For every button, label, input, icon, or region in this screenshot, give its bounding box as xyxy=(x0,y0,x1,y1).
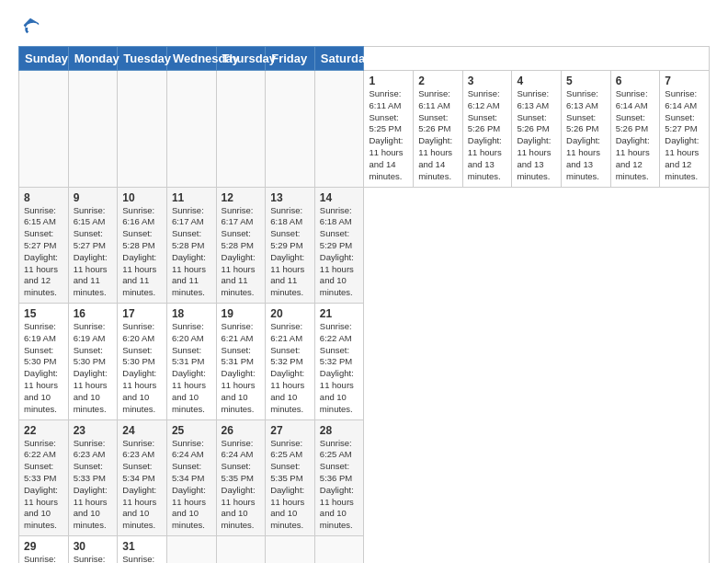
day-info: Sunrise: 6:13 AMSunset: 5:26 PMDaylight:… xyxy=(566,88,606,183)
calendar-cell xyxy=(266,71,315,188)
day-info: Sunrise: 6:23 AMSunset: 5:34 PMDaylight:… xyxy=(122,438,162,533)
calendar-cell: 19Sunrise: 6:21 AMSunset: 5:31 PMDayligh… xyxy=(216,304,266,420)
day-info: Sunrise: 6:20 AMSunset: 5:31 PMDaylight:… xyxy=(172,321,211,416)
day-number: 11 xyxy=(172,191,211,204)
day-number: 27 xyxy=(270,424,310,437)
page: SundayMondayTuesdayWednesdayThursdayFrid… xyxy=(0,0,728,563)
day-number: 20 xyxy=(270,307,310,320)
day-info: Sunrise: 6:11 AMSunset: 5:25 PMDaylight:… xyxy=(369,88,408,183)
calendar-cell: 11Sunrise: 6:17 AMSunset: 5:28 PMDayligh… xyxy=(166,187,216,304)
day-info: Sunrise: 6:20 AMSunset: 5:30 PMDaylight:… xyxy=(122,321,162,416)
day-number: 5 xyxy=(566,75,606,87)
calendar-cell: 29Sunrise: 6:26 AMSunset: 5:37 PMDayligh… xyxy=(19,536,69,564)
calendar-week-5: 29Sunrise: 6:26 AMSunset: 5:37 PMDayligh… xyxy=(19,536,710,564)
calendar-cell: 6Sunrise: 6:14 AMSunset: 5:26 PMDaylight… xyxy=(610,71,660,188)
day-info: Sunrise: 6:19 AMSunset: 5:30 PMDaylight:… xyxy=(24,321,63,416)
calendar-cell xyxy=(216,536,266,564)
calendar-cell xyxy=(19,71,69,188)
day-info: Sunrise: 6:18 AMSunset: 5:29 PMDaylight:… xyxy=(320,205,359,300)
calendar-cell: 15Sunrise: 6:19 AMSunset: 5:30 PMDayligh… xyxy=(19,304,69,420)
calendar-header-thursday: Thursday xyxy=(216,47,266,71)
calendar-cell: 1Sunrise: 6:11 AMSunset: 5:25 PMDaylight… xyxy=(364,71,414,188)
day-number: 26 xyxy=(222,424,261,437)
calendar-cell xyxy=(266,536,315,564)
day-number: 18 xyxy=(172,307,211,320)
day-info: Sunrise: 6:24 AMSunset: 5:35 PMDaylight:… xyxy=(222,438,261,533)
calendar-week-1: 1Sunrise: 6:11 AMSunset: 5:25 PMDaylight… xyxy=(19,71,710,188)
day-number: 22 xyxy=(24,424,63,437)
calendar-header-wednesday: Wednesday xyxy=(166,47,216,71)
calendar-cell: 2Sunrise: 6:11 AMSunset: 5:26 PMDaylight… xyxy=(414,71,463,188)
day-number: 31 xyxy=(122,540,162,553)
calendar-table: SundayMondayTuesdayWednesdayThursdayFrid… xyxy=(18,46,710,563)
calendar-cell: 7Sunrise: 6:14 AMSunset: 5:27 PMDaylight… xyxy=(660,71,710,188)
calendar-cell: 21Sunrise: 6:22 AMSunset: 5:32 PMDayligh… xyxy=(314,304,364,420)
day-info: Sunrise: 6:15 AMSunset: 5:27 PMDaylight:… xyxy=(74,205,113,300)
day-info: Sunrise: 6:26 AMSunset: 5:37 PMDaylight:… xyxy=(74,554,113,563)
day-info: Sunrise: 6:23 AMSunset: 5:33 PMDaylight:… xyxy=(74,438,113,533)
calendar-cell xyxy=(216,71,266,188)
day-info: Sunrise: 6:16 AMSunset: 5:28 PMDaylight:… xyxy=(122,205,162,300)
day-info: Sunrise: 6:18 AMSunset: 5:29 PMDaylight:… xyxy=(270,205,310,300)
day-number: 17 xyxy=(122,307,162,320)
calendar-cell: 20Sunrise: 6:21 AMSunset: 5:32 PMDayligh… xyxy=(266,304,315,420)
header xyxy=(18,17,710,37)
calendar-cell: 27Sunrise: 6:25 AMSunset: 5:35 PMDayligh… xyxy=(266,419,315,536)
day-info: Sunrise: 6:11 AMSunset: 5:26 PMDaylight:… xyxy=(418,88,458,183)
day-info: Sunrise: 6:22 AMSunset: 5:33 PMDaylight:… xyxy=(24,438,63,533)
calendar-cell: 30Sunrise: 6:26 AMSunset: 5:37 PMDayligh… xyxy=(68,536,118,564)
day-info: Sunrise: 6:12 AMSunset: 5:26 PMDaylight:… xyxy=(468,88,507,183)
calendar-week-3: 15Sunrise: 6:19 AMSunset: 5:30 PMDayligh… xyxy=(19,304,710,420)
day-info: Sunrise: 6:25 AMSunset: 5:35 PMDaylight:… xyxy=(270,438,310,533)
calendar-cell: 16Sunrise: 6:19 AMSunset: 5:30 PMDayligh… xyxy=(68,304,118,420)
day-info: Sunrise: 6:14 AMSunset: 5:27 PMDaylight:… xyxy=(665,88,704,183)
day-info: Sunrise: 6:22 AMSunset: 5:32 PMDaylight:… xyxy=(320,321,359,416)
day-number: 19 xyxy=(222,307,261,320)
day-number: 9 xyxy=(74,191,113,204)
day-number: 23 xyxy=(74,424,113,437)
day-info: Sunrise: 6:15 AMSunset: 5:27 PMDaylight:… xyxy=(24,205,63,300)
day-number: 10 xyxy=(122,191,162,204)
day-number: 2 xyxy=(418,75,458,87)
logo-icon xyxy=(20,17,40,37)
day-info: Sunrise: 6:13 AMSunset: 5:26 PMDaylight:… xyxy=(517,88,556,183)
calendar-header-saturday: Saturday xyxy=(314,47,364,71)
calendar-cell xyxy=(166,536,216,564)
day-number: 29 xyxy=(24,540,63,553)
calendar-cell: 4Sunrise: 6:13 AMSunset: 5:26 PMDaylight… xyxy=(512,71,562,188)
day-number: 12 xyxy=(222,191,261,204)
day-number: 28 xyxy=(320,424,359,437)
day-number: 3 xyxy=(468,75,507,87)
day-number: 8 xyxy=(24,191,63,204)
day-number: 13 xyxy=(270,191,310,204)
calendar-cell: 25Sunrise: 6:24 AMSunset: 5:34 PMDayligh… xyxy=(166,419,216,536)
day-info: Sunrise: 6:19 AMSunset: 5:30 PMDaylight:… xyxy=(74,321,113,416)
day-info: Sunrise: 6:26 AMSunset: 5:38 PMDaylight:… xyxy=(122,554,162,563)
calendar-cell: 23Sunrise: 6:23 AMSunset: 5:33 PMDayligh… xyxy=(68,419,118,536)
calendar-cell: 18Sunrise: 6:20 AMSunset: 5:31 PMDayligh… xyxy=(166,304,216,420)
calendar-cell: 28Sunrise: 6:25 AMSunset: 5:36 PMDayligh… xyxy=(314,419,364,536)
calendar-cell xyxy=(118,71,167,188)
calendar-cell xyxy=(314,536,364,564)
calendar-header-tuesday: Tuesday xyxy=(118,47,167,71)
calendar-cell xyxy=(314,71,364,188)
day-info: Sunrise: 6:26 AMSunset: 5:37 PMDaylight:… xyxy=(24,554,63,563)
day-number: 21 xyxy=(320,307,359,320)
day-info: Sunrise: 6:17 AMSunset: 5:28 PMDaylight:… xyxy=(172,205,211,300)
calendar-header-monday: Monday xyxy=(68,47,118,71)
day-number: 14 xyxy=(320,191,359,204)
day-info: Sunrise: 6:14 AMSunset: 5:26 PMDaylight:… xyxy=(616,88,655,183)
calendar-cell: 14Sunrise: 6:18 AMSunset: 5:29 PMDayligh… xyxy=(314,187,364,304)
logo xyxy=(18,17,40,37)
day-number: 16 xyxy=(74,307,113,320)
day-number: 1 xyxy=(369,75,408,87)
day-number: 15 xyxy=(24,307,63,320)
calendar-cell: 9Sunrise: 6:15 AMSunset: 5:27 PMDaylight… xyxy=(68,187,118,304)
calendar-cell xyxy=(166,71,216,188)
day-info: Sunrise: 6:21 AMSunset: 5:32 PMDaylight:… xyxy=(270,321,310,416)
day-number: 30 xyxy=(74,540,113,553)
calendar-cell: 31Sunrise: 6:26 AMSunset: 5:38 PMDayligh… xyxy=(118,536,167,564)
day-number: 24 xyxy=(122,424,162,437)
day-number: 4 xyxy=(517,75,556,87)
calendar-cell: 8Sunrise: 6:15 AMSunset: 5:27 PMDaylight… xyxy=(19,187,69,304)
